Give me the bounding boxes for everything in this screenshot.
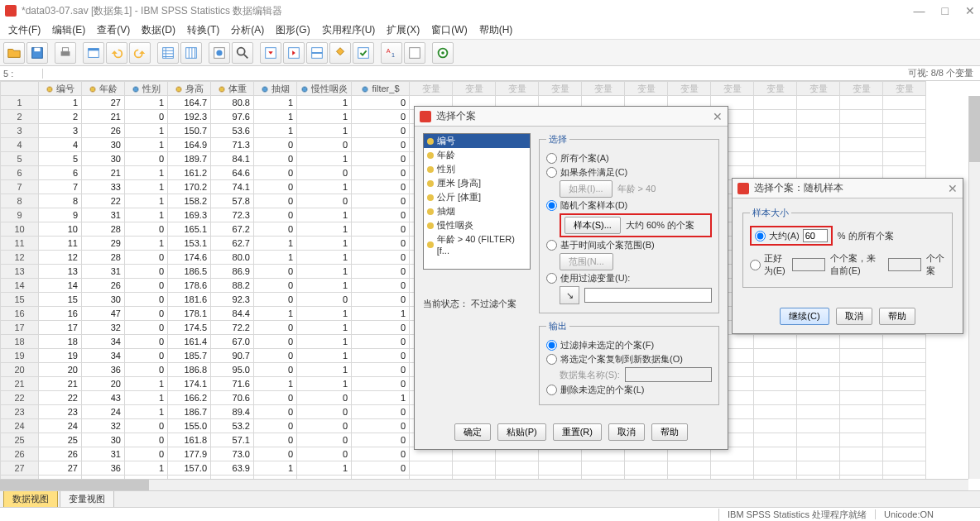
data-cell[interactable]: 186.5 xyxy=(168,265,211,279)
data-cell[interactable]: 63.9 xyxy=(211,461,254,476)
data-cell[interactable]: 64.6 xyxy=(211,166,254,180)
continue-button[interactable]: 继续(C) xyxy=(780,308,829,325)
data-cell-empty[interactable] xyxy=(754,391,797,405)
data-cell[interactable]: 20 xyxy=(82,377,125,391)
if-button[interactable]: 如果(I)... xyxy=(560,180,612,198)
row-header[interactable]: 12 xyxy=(1,251,39,265)
data-cell[interactable]: 47 xyxy=(82,307,125,321)
data-cell[interactable]: 9 xyxy=(39,208,82,222)
data-cell[interactable]: 89.4 xyxy=(211,405,254,419)
data-cell[interactable]: 0 xyxy=(125,349,168,363)
data-cell-empty[interactable] xyxy=(883,96,926,110)
data-cell[interactable]: 1 xyxy=(125,377,168,391)
data-cell-empty[interactable] xyxy=(797,335,840,349)
data-cell[interactable]: 165.1 xyxy=(168,222,211,237)
row-header[interactable]: 13 xyxy=(1,265,39,279)
data-cell-empty[interactable] xyxy=(797,405,840,419)
data-cell[interactable]: 1 xyxy=(254,110,297,124)
ok-button[interactable]: 确定 xyxy=(454,423,491,441)
column-header[interactable]: 体重 xyxy=(211,82,254,96)
data-cell[interactable]: 1 xyxy=(352,391,410,405)
row-header[interactable]: 17 xyxy=(1,321,39,335)
data-cell[interactable]: 8 xyxy=(39,194,82,208)
row-header[interactable]: 1 xyxy=(1,96,39,110)
radio-approx[interactable]: 大约(A) xyxy=(755,230,800,242)
data-cell[interactable]: 0 xyxy=(125,433,168,447)
data-cell-empty[interactable] xyxy=(754,405,797,419)
varlist-item[interactable]: 厘米 [身高] xyxy=(424,176,530,190)
row-header[interactable]: 14 xyxy=(1,279,39,293)
data-cell[interactable]: 0 xyxy=(254,265,297,279)
data-cell[interactable]: 1 xyxy=(125,96,168,110)
data-cell[interactable]: 0 xyxy=(297,419,352,433)
radio-exact[interactable]: 正好为(E) xyxy=(750,252,787,277)
data-cell[interactable]: 0 xyxy=(352,237,410,251)
data-cell-empty[interactable] xyxy=(840,152,883,166)
data-cell[interactable]: 0 xyxy=(125,265,168,279)
recall-dialog-icon[interactable] xyxy=(83,42,104,64)
data-cell[interactable]: 71.3 xyxy=(211,138,254,152)
data-cell[interactable]: 3 xyxy=(39,124,82,138)
window-close-button[interactable]: ✕ xyxy=(965,4,975,17)
data-cell[interactable]: 0 xyxy=(254,391,297,405)
data-cell[interactable]: 0 xyxy=(352,419,410,433)
data-cell[interactable]: 1 xyxy=(297,265,352,279)
data-cell[interactable]: 73.0 xyxy=(211,447,254,461)
data-cell[interactable]: 1 xyxy=(125,194,168,208)
data-cell[interactable]: 67.2 xyxy=(211,222,254,237)
data-cell[interactable]: 36 xyxy=(82,461,125,476)
data-cell[interactable]: 1 xyxy=(297,237,352,251)
open-icon[interactable] xyxy=(3,42,25,64)
data-cell[interactable]: 0 xyxy=(254,405,297,419)
data-cell[interactable]: 0 xyxy=(352,124,410,138)
data-cell[interactable]: 170.2 xyxy=(168,180,211,194)
data-cell[interactable]: 97.6 xyxy=(211,110,254,124)
column-header-empty[interactable]: 变量 xyxy=(797,82,840,96)
data-cell[interactable]: 1 xyxy=(297,152,352,166)
sample-button[interactable]: 样本(S)... xyxy=(564,217,621,234)
data-cell[interactable]: 80.0 xyxy=(211,251,254,265)
data-cell[interactable]: 21 xyxy=(39,377,82,391)
data-cell[interactable]: 88.2 xyxy=(211,279,254,293)
data-cell[interactable]: 90.7 xyxy=(211,349,254,363)
data-cell[interactable]: 36 xyxy=(82,363,125,377)
data-cell[interactable]: 0 xyxy=(352,461,410,476)
row-header[interactable]: 19 xyxy=(1,349,39,363)
tab-variable-view[interactable]: 变量视图 xyxy=(60,490,114,507)
data-cell[interactable]: 11 xyxy=(39,237,82,251)
data-cell[interactable]: 19 xyxy=(39,349,82,363)
variable-list[interactable]: 编号年龄性别厘米 [身高]公斤 [体重]抽烟慢性咽炎年龄 > 40 (FILTE… xyxy=(423,133,531,270)
data-cell[interactable]: 1 xyxy=(125,237,168,251)
data-cell[interactable]: 0 xyxy=(254,222,297,237)
varlist-item[interactable]: 抽烟 xyxy=(424,204,530,218)
data-cell[interactable]: 1 xyxy=(125,461,168,476)
data-cell[interactable]: 186.8 xyxy=(168,363,211,377)
data-cell[interactable]: 1 xyxy=(39,96,82,110)
data-cell-empty[interactable] xyxy=(797,447,840,461)
data-cell-empty[interactable] xyxy=(883,419,926,433)
row-header[interactable]: 15 xyxy=(1,293,39,307)
menu-item[interactable]: 窗口(W) xyxy=(426,22,472,39)
data-cell-empty[interactable] xyxy=(883,124,926,138)
data-cell[interactable]: 0 xyxy=(352,251,410,265)
data-cell[interactable]: 0 xyxy=(352,433,410,447)
data-cell[interactable]: 1 xyxy=(297,461,352,476)
data-cell-empty[interactable] xyxy=(840,433,883,447)
data-cell[interactable]: 0 xyxy=(352,279,410,293)
data-cell[interactable]: 1 xyxy=(254,461,297,476)
column-header-empty[interactable]: 变量 xyxy=(539,82,582,96)
find-icon[interactable] xyxy=(232,42,253,64)
data-cell[interactable]: 5 xyxy=(39,152,82,166)
data-cell-empty[interactable] xyxy=(754,349,797,363)
menu-item[interactable]: 分析(A) xyxy=(226,22,269,39)
data-cell[interactable]: 0 xyxy=(352,222,410,237)
radio-out-copy[interactable]: 将选定个案复制到新数据集(O) xyxy=(546,353,712,366)
radio-out-filter[interactable]: 过滤掉未选定的个案(F) xyxy=(546,339,712,351)
data-cell[interactable]: 150.7 xyxy=(168,124,211,138)
data-cell[interactable]: 13 xyxy=(39,265,82,279)
radio-all-cases[interactable]: 所有个案(A) xyxy=(546,152,712,165)
horizontal-scrollbar[interactable] xyxy=(0,479,968,490)
data-cell-empty[interactable] xyxy=(883,447,926,461)
data-cell-empty[interactable] xyxy=(453,461,496,476)
data-cell-empty[interactable] xyxy=(883,152,926,166)
